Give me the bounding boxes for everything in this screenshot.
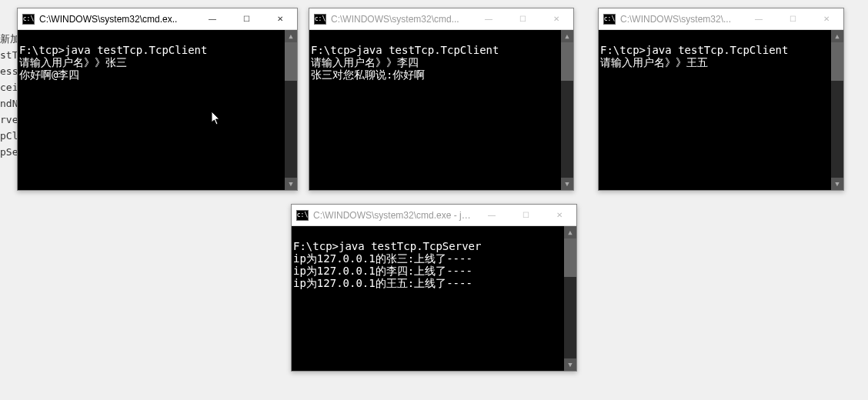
scroll-down-icon[interactable]: ▼ (561, 178, 573, 190)
window-title: C:\WINDOWS\system32\cmd.exe - java testT… (313, 210, 475, 221)
console-line: 张三对您私聊说:你好啊 (311, 68, 425, 81)
console-body: F:\tcp>java testTcp.TcpServer ip为127.0.0… (292, 226, 576, 371)
minimize-button[interactable]: — (195, 8, 229, 29)
cmd-window-client-2[interactable]: c:\ C:\WINDOWS\system32\cmd... — ☐ ✕ F:\… (309, 8, 574, 191)
scroll-track[interactable] (561, 42, 573, 178)
console-line: ip为127.0.0.1的李四:上线了---- (293, 265, 472, 277)
titlebar[interactable]: c:\ C:\WINDOWS\system32\cmd.ex.. — ☐ ✕ (18, 8, 297, 30)
maximize-button[interactable]: ☐ (229, 8, 263, 29)
window-title: C:\WINDOWS\system32\... (620, 14, 742, 25)
console-output[interactable]: F:\tcp>java testTcp.TcpClient 请输入用户名》》张三… (18, 30, 285, 190)
scroll-thumb[interactable] (285, 42, 297, 81)
maximize-button[interactable]: ☐ (509, 205, 542, 225)
close-button[interactable]: ✕ (539, 8, 573, 29)
window-title: C:\WINDOWS\system32\cmd... (331, 14, 472, 25)
console-line: F:\tcp>java testTcp.TcpClient (311, 44, 499, 56)
console-line: F:\tcp>java testTcp.TcpServer (293, 240, 481, 252)
minimize-button[interactable]: — (742, 8, 776, 29)
console-line: ip为127.0.0.1的王五:上线了---- (293, 277, 472, 289)
scroll-up-icon[interactable]: ▲ (285, 30, 297, 42)
scroll-up-icon[interactable]: ▲ (564, 226, 576, 238)
cmd-icon: c:\ (314, 14, 326, 25)
console-line: ip为127.0.0.1的张三:上线了---- (293, 252, 472, 265)
scroll-down-icon[interactable]: ▼ (564, 358, 576, 371)
vertical-scrollbar[interactable]: ▲ ▼ (564, 226, 576, 371)
scroll-up-icon[interactable]: ▲ (561, 30, 573, 42)
vertical-scrollbar[interactable]: ▲ ▼ (285, 30, 297, 190)
close-button[interactable]: ✕ (542, 205, 576, 225)
cmd-window-client-3[interactable]: c:\ C:\WINDOWS\system32\... — ☐ ✕ F:\tcp… (598, 8, 844, 191)
maximize-button[interactable]: ☐ (506, 8, 539, 29)
cmd-icon: c:\ (603, 14, 616, 25)
close-button[interactable]: ✕ (263, 8, 297, 29)
titlebar[interactable]: c:\ C:\WINDOWS\system32\cmd.exe - java t… (292, 205, 576, 226)
minimize-button[interactable]: — (475, 205, 509, 225)
console-body: F:\tcp>java testTcp.TcpClient 请输入用户名》》王五… (599, 30, 843, 190)
cmd-icon: c:\ (22, 14, 35, 25)
titlebar[interactable]: c:\ C:\WINDOWS\system32\... — ☐ ✕ (599, 8, 843, 30)
cmd-window-client-1[interactable]: c:\ C:\WINDOWS\system32\cmd.ex.. — ☐ ✕ F… (17, 8, 298, 191)
scroll-track[interactable] (831, 42, 843, 178)
scroll-track[interactable] (285, 42, 297, 178)
console-body: F:\tcp>java testTcp.TcpClient 请输入用户名》》李四… (309, 30, 573, 190)
window-controls: — ☐ ✕ (472, 8, 573, 29)
console-output[interactable]: F:\tcp>java testTcp.TcpClient 请输入用户名》》王五 (599, 30, 831, 190)
scroll-up-icon[interactable]: ▲ (831, 30, 843, 42)
window-controls: — ☐ ✕ (475, 205, 576, 225)
console-line: 请输入用户名》》王五 (600, 56, 708, 68)
console-body: F:\tcp>java testTcp.TcpClient 请输入用户名》》张三… (18, 30, 297, 190)
close-button[interactable]: ✕ (810, 8, 843, 29)
scroll-thumb[interactable] (561, 42, 573, 81)
console-line: 请输入用户名》》张三 (19, 56, 127, 68)
console-line: F:\tcp>java testTcp.TcpClient (600, 44, 788, 56)
maximize-button[interactable]: ☐ (776, 8, 810, 29)
vertical-scrollbar[interactable]: ▲ ▼ (561, 30, 573, 190)
console-line: F:\tcp>java testTcp.TcpClient (19, 44, 207, 56)
scroll-down-icon[interactable]: ▼ (285, 178, 297, 190)
cmd-window-server[interactable]: c:\ C:\WINDOWS\system32\cmd.exe - java t… (291, 204, 577, 372)
console-line: 你好啊@李四 (19, 68, 79, 81)
window-title: C:\WINDOWS\system32\cmd.ex.. (39, 14, 195, 25)
cmd-icon: c:\ (296, 210, 309, 221)
scroll-thumb[interactable] (831, 42, 843, 81)
scroll-track[interactable] (564, 238, 576, 358)
minimize-button[interactable]: — (472, 8, 506, 29)
titlebar[interactable]: c:\ C:\WINDOWS\system32\cmd... — ☐ ✕ (309, 8, 573, 30)
console-output[interactable]: F:\tcp>java testTcp.TcpClient 请输入用户名》》李四… (309, 30, 561, 190)
window-controls: — ☐ ✕ (195, 8, 297, 29)
scroll-down-icon[interactable]: ▼ (831, 178, 843, 190)
console-line: 请输入用户名》》李四 (311, 56, 419, 68)
window-controls: — ☐ ✕ (742, 8, 843, 29)
vertical-scrollbar[interactable]: ▲ ▼ (831, 30, 843, 190)
console-output[interactable]: F:\tcp>java testTcp.TcpServer ip为127.0.0… (292, 226, 564, 371)
scroll-thumb[interactable] (564, 238, 576, 277)
